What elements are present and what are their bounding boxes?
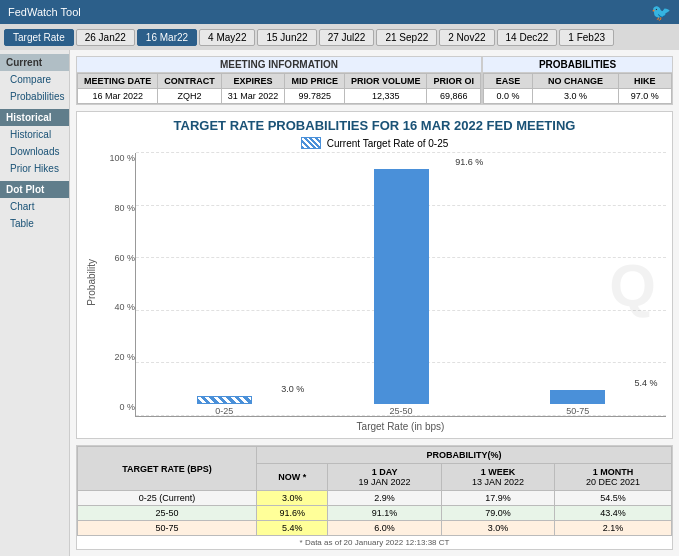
now-val-0-25: 3.0% (256, 491, 327, 506)
tab-26jan22[interactable]: 26 Jan22 (76, 29, 135, 46)
tab-1feb23[interactable]: 1 Feb23 (559, 29, 614, 46)
tab-27jul22[interactable]: 27 Jul22 (319, 29, 375, 46)
twitter-icon[interactable]: 🐦 (651, 3, 671, 22)
app-header: FedWatch Tool 🐦 (0, 0, 679, 24)
col-header-no-change: NO CHANGE (533, 74, 618, 89)
y-label-40: 40 % (103, 302, 135, 312)
sidebar-item-probabilities[interactable]: Probabilities (0, 88, 69, 105)
tab-2nov22[interactable]: 2 Nov22 (439, 29, 494, 46)
chart-legend: Current Target Rate of 0-25 (83, 137, 666, 149)
sidebar: Current Compare Probabilities Historical… (0, 50, 70, 556)
tab-14dec22[interactable]: 14 Dec22 (497, 29, 558, 46)
meeting-info-section: MEETING INFORMATION MEETING DATE CONTRAC… (76, 56, 673, 105)
bar-label-50-75: 5.4 % (635, 378, 658, 388)
y-label-60: 60 % (103, 253, 135, 263)
prob-section-title-table: PROBABILITY(%) (256, 447, 671, 464)
cell-ease: 0.0 % (484, 89, 533, 104)
sidebar-item-chart[interactable]: Chart (0, 198, 69, 215)
col-header-now: NOW * (256, 464, 327, 491)
now-val-50-75: 5.4% (256, 521, 327, 536)
col-header-meeting-date: MEETING DATE (78, 74, 158, 89)
col-header-expires: EXPIRES (221, 74, 285, 89)
x-axis-title: Target Rate (in bps) (135, 419, 666, 432)
bar-label-25-50: 91.6 % (455, 157, 483, 167)
bar-label-0-25: 3.0 % (281, 384, 304, 394)
chart-area: Probability 100 % 80 % 60 % 40 % 20 % 0 … (83, 153, 666, 432)
1month-val-0-25: 54.5% (555, 491, 672, 506)
y-label-20: 20 % (103, 352, 135, 362)
cell-hike: 97.0 % (618, 89, 671, 104)
tab-15jun22[interactable]: 15 Jun22 (257, 29, 316, 46)
sidebar-section-dot-plot[interactable]: Dot Plot (0, 181, 69, 198)
bar-x-0-25: 0-25 (215, 406, 233, 416)
bars-area: Q 3.0 % 0-25 91.6 % (135, 153, 666, 417)
tab-bar: Target Rate 26 Jan22 16 Mar22 4 May22 15… (0, 24, 679, 50)
y-label-80: 80 % (103, 203, 135, 213)
sidebar-item-historical[interactable]: Historical (0, 126, 69, 143)
chart-title: TARGET RATE PROBABILITIES FOR 16 MAR 202… (83, 118, 666, 133)
col-header-prior-oi: PRIOR OI (427, 74, 481, 89)
bar-x-50-75: 50-75 (566, 406, 589, 416)
legend-icon (301, 137, 321, 149)
sidebar-section-historical[interactable]: Historical (0, 109, 69, 126)
cell-contract: ZQH2 (158, 89, 222, 104)
chart-section: TARGET RATE PROBABILITIES FOR 16 MAR 202… (76, 111, 673, 439)
col-header-target-rate: TARGET RATE (BPS) (78, 447, 257, 491)
col-header-hike: HIKE (618, 74, 671, 89)
tab-4may22[interactable]: 4 May22 (199, 29, 255, 46)
bar-group-50-75: 5.4 % 50-75 (509, 157, 646, 416)
y-axis-title: Probability (86, 259, 97, 306)
col-header-1day: 1 DAY 19 JAN 2022 (328, 464, 441, 491)
tab-target-rate[interactable]: Target Rate (4, 29, 74, 46)
col-header-prior-volume: PRIOR VOLUME (344, 74, 427, 89)
1day-val-25-50: 91.1% (328, 506, 441, 521)
cell-meeting-date: 16 Mar 2022 (78, 89, 158, 104)
1week-val-0-25: 17.9% (441, 491, 554, 506)
legend-label: Current Target Rate of 0-25 (327, 138, 449, 149)
col-header-1month: 1 MONTH 20 DEC 2021 (555, 464, 672, 491)
rate-label-25-50: 25-50 (78, 506, 257, 521)
col-header-mid-price: MID PRICE (285, 74, 345, 89)
cell-prior-oi: 69,866 (427, 89, 481, 104)
y-axis-labels: 100 % 80 % 60 % 40 % 20 % 0 % (103, 153, 135, 432)
y-label-0: 0 % (103, 402, 135, 412)
1week-val-50-75: 3.0% (441, 521, 554, 536)
1week-val-25-50: 79.0% (441, 506, 554, 521)
sidebar-item-downloads[interactable]: Downloads (0, 143, 69, 160)
tab-21sep22[interactable]: 21 Sep22 (376, 29, 437, 46)
grid-line-100 (136, 152, 666, 153)
1day-val-0-25: 2.9% (328, 491, 441, 506)
1month-val-50-75: 2.1% (555, 521, 672, 536)
bar-50-75 (550, 390, 605, 404)
meeting-info-title: MEETING INFORMATION (77, 57, 481, 73)
bar-25-50 (374, 169, 429, 404)
cell-expires: 31 Mar 2022 (221, 89, 285, 104)
col-header-contract: CONTRACT (158, 74, 222, 89)
col-header-ease: EASE (484, 74, 533, 89)
now-val-25-50: 91.6% (256, 506, 327, 521)
sidebar-item-compare[interactable]: Compare (0, 71, 69, 88)
cell-mid-price: 99.7825 (285, 89, 345, 104)
y-label-100: 100 % (103, 153, 135, 163)
app-title: FedWatch Tool (8, 6, 81, 18)
1month-val-25-50: 43.4% (555, 506, 672, 521)
bar-x-25-50: 25-50 (389, 406, 412, 416)
prob-section-title: PROBABILITIES (483, 57, 672, 73)
cell-prior-volume: 12,335 (344, 89, 427, 104)
sidebar-section-current[interactable]: Current (0, 54, 69, 71)
table-footnote: * Data as of 20 January 2022 12:13:38 CT (77, 536, 672, 549)
sidebar-item-prior-hikes[interactable]: Prior Hikes (0, 160, 69, 177)
cell-no-change: 3.0 % (533, 89, 618, 104)
bottom-table-section: TARGET RATE (BPS) PROBABILITY(%) NOW * 1… (76, 445, 673, 550)
sidebar-item-table[interactable]: Table (0, 215, 69, 232)
rate-label-50-75: 50-75 (78, 521, 257, 536)
bar-group-25-50: 91.6 % 25-50 (333, 157, 470, 416)
table-row-0-25: 0-25 (Current) 3.0% 2.9% 17.9% 54.5% (78, 491, 672, 506)
1day-val-50-75: 6.0% (328, 521, 441, 536)
bar-group-0-25: 3.0 % 0-25 (156, 157, 293, 416)
bar-0-25 (197, 396, 252, 404)
rate-label-0-25: 0-25 (Current) (78, 491, 257, 506)
col-header-1week: 1 WEEK 13 JAN 2022 (441, 464, 554, 491)
table-row-25-50: 25-50 91.6% 91.1% 79.0% 43.4% (78, 506, 672, 521)
tab-16mar22[interactable]: 16 Mar22 (137, 29, 197, 46)
